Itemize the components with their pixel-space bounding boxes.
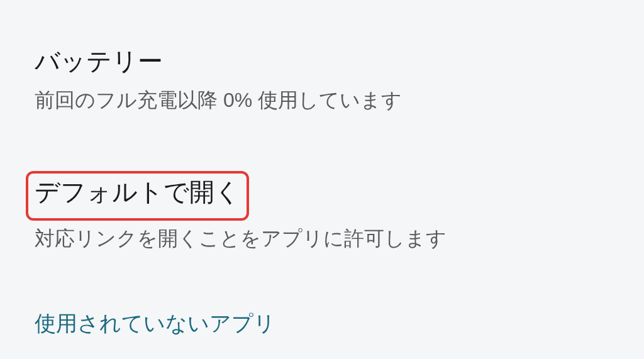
- setting-title-open-default: デフォルトで開く: [35, 175, 240, 209]
- setting-item-unused-apps[interactable]: 使用されていないアプリ: [35, 309, 609, 338]
- settings-list: バッテリー 前回のフル充電以降 0% 使用しています デフォルトで開く 対応リン…: [0, 0, 644, 338]
- setting-subtitle-open-default: 対応リンクを開くことをアプリに許可します: [35, 224, 609, 253]
- annotation-highlight-box: デフォルトで開く: [26, 171, 249, 221]
- setting-title-unused-apps: 使用されていないアプリ: [35, 309, 609, 338]
- setting-item-open-default[interactable]: デフォルトで開く 対応リンクを開くことをアプリに許可します: [35, 171, 609, 253]
- setting-subtitle-battery: 前回のフル充電以降 0% 使用しています: [35, 86, 609, 114]
- setting-item-battery[interactable]: バッテリー 前回のフル充電以降 0% 使用しています: [35, 44, 609, 114]
- setting-title-battery: バッテリー: [35, 44, 163, 79]
